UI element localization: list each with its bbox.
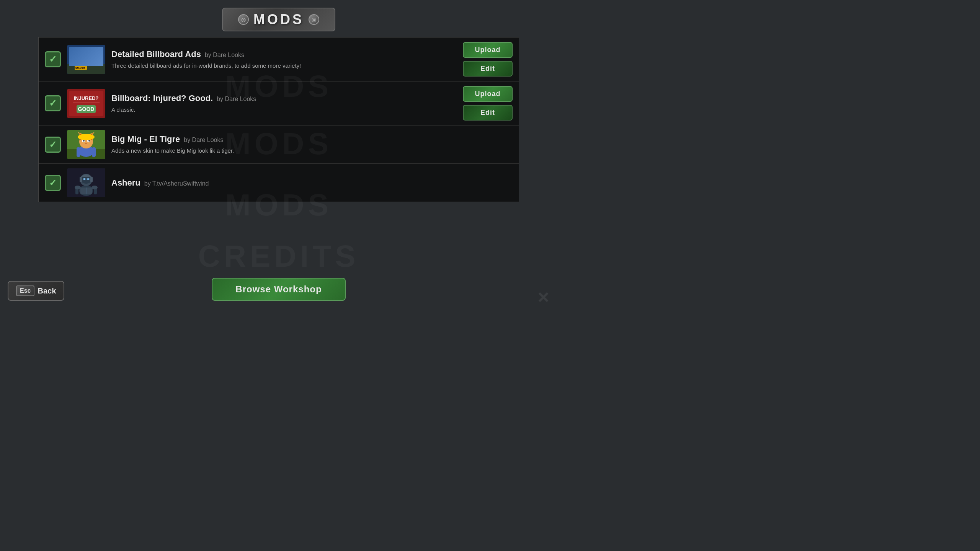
upload-button-billboard-injured-good[interactable]: Upload: [463, 86, 513, 102]
mod-checkbox-detailed-billboard-ads[interactable]: ✓: [45, 51, 61, 67]
mod-name: Detailed Billboard Ads: [111, 49, 201, 59]
mod-actions-detailed-billboard-ads: Upload Edit: [463, 42, 513, 77]
check-icon: ✓: [49, 178, 57, 187]
mod-actions-billboard-injured-good: Upload Edit: [463, 86, 513, 121]
svg-text:GOOD: GOOD: [78, 106, 95, 112]
mod-info-detailed-billboard-ads: Detailed Billboard Ads by Dare Looks Thr…: [111, 49, 457, 70]
svg-rect-2: [73, 48, 100, 63]
svg-rect-34: [92, 147, 96, 157]
mod-title-row: Asheru by T.tv/AsheruSwiftwind: [111, 178, 513, 188]
mod-name: Billboard: Injured? Good.: [111, 93, 213, 103]
mod-title-row: Billboard: Injured? Good. by Dare Looks: [111, 93, 457, 103]
svg-text:BEAST BUY: BEAST BUY: [77, 51, 88, 53]
mod-author: by Dare Looks: [184, 137, 223, 143]
mod-name: Big Mig - El Tigre: [111, 134, 180, 144]
bottom-bar: Browse Workshop: [0, 278, 557, 301]
title-bar: ◎ MODS ◎: [0, 0, 557, 37]
mod-description: Three detailed billboard ads for in-worl…: [111, 62, 457, 70]
mod-author: by T.tv/AsheruSwiftwind: [144, 180, 209, 187]
mod-thumbnail-big-mig-el-tigre: [67, 130, 105, 159]
svg-rect-8: [77, 51, 86, 53]
mods-list: ✓ BEAST BUY $9,999: [38, 37, 519, 202]
mod-name: Asheru: [111, 178, 140, 188]
svg-point-41: [83, 178, 85, 180]
mod-checkbox-billboard-injured-good[interactable]: ✓: [45, 95, 61, 111]
svg-rect-32: [78, 135, 94, 139]
svg-point-26: [85, 143, 87, 144]
mod-thumbnail-asheru: [67, 168, 105, 197]
edit-button-billboard-injured-good[interactable]: Edit: [463, 105, 513, 121]
right-title-icon: ◎: [309, 14, 319, 25]
mod-description: Adds a new skin to make Big Mig look lik…: [111, 147, 513, 155]
check-icon: ✓: [49, 55, 57, 64]
svg-rect-15: [73, 103, 100, 103]
mod-thumbnail-billboard-injured-good: INJURED? GOOD: [67, 89, 105, 118]
mod-checkbox-asheru[interactable]: ✓: [45, 175, 61, 191]
mod-author: by Dare Looks: [205, 52, 244, 59]
svg-text:INJURED?: INJURED?: [74, 95, 98, 101]
svg-text:$9,999: $9,999: [75, 66, 85, 70]
mod-checkbox-big-mig-el-tigre[interactable]: ✓: [45, 137, 61, 153]
browse-workshop-button[interactable]: Browse Workshop: [212, 278, 345, 301]
mod-thumbnail-detailed-billboard-ads: BEAST BUY $9,999: [67, 45, 105, 74]
svg-point-50: [91, 186, 98, 189]
svg-rect-43: [80, 177, 82, 182]
mod-info-big-mig-el-tigre: Big Mig - El Tigre by Dare Looks Adds a …: [111, 134, 513, 155]
edit-button-detailed-billboard-ads[interactable]: Edit: [463, 61, 513, 77]
mod-item-asheru: ✓: [39, 164, 519, 202]
check-icon: ✓: [49, 140, 57, 149]
mod-item-billboard-injured-good: ✓ INJURED? GOOD Billboard: Injured? Good…: [39, 82, 519, 126]
svg-point-49: [75, 186, 81, 189]
svg-rect-4: [77, 56, 88, 60]
mod-author: by Dare Looks: [217, 96, 256, 103]
svg-rect-44: [90, 177, 93, 182]
svg-point-25: [88, 140, 90, 142]
page-title: MODS: [253, 11, 304, 28]
svg-rect-33: [77, 147, 80, 157]
esc-key-label: Esc: [16, 285, 34, 296]
mod-item-detailed-billboard-ads: ✓ BEAST BUY $9,999: [39, 37, 519, 82]
svg-rect-5: [78, 54, 86, 57]
svg-point-42: [87, 178, 89, 180]
upload-button-detailed-billboard-ads[interactable]: Upload: [463, 42, 513, 58]
svg-point-38: [81, 176, 91, 184]
back-button[interactable]: Esc Back: [8, 281, 64, 301]
mod-info-billboard-injured-good: Billboard: Injured? Good. by Dare Looks …: [111, 93, 457, 114]
svg-point-7: [85, 59, 88, 62]
svg-rect-3: [74, 49, 98, 62]
svg-point-24: [83, 140, 85, 142]
mod-description: A classic.: [111, 106, 457, 114]
mod-item-big-mig-el-tigre: ✓: [39, 126, 519, 164]
mod-title-row: Detailed Billboard Ads by Dare Looks: [111, 49, 457, 59]
back-label: Back: [38, 287, 56, 295]
mod-info-asheru: Asheru by T.tv/AsheruSwiftwind: [111, 178, 513, 188]
title-badge: ◎ MODS ◎: [222, 8, 335, 31]
check-icon: ✓: [49, 99, 57, 108]
left-title-icon: ◎: [238, 14, 249, 25]
mod-title-row: Big Mig - El Tigre by Dare Looks: [111, 134, 513, 144]
svg-point-6: [77, 59, 80, 62]
bg-watermark-credits: CREDITS: [198, 239, 359, 274]
